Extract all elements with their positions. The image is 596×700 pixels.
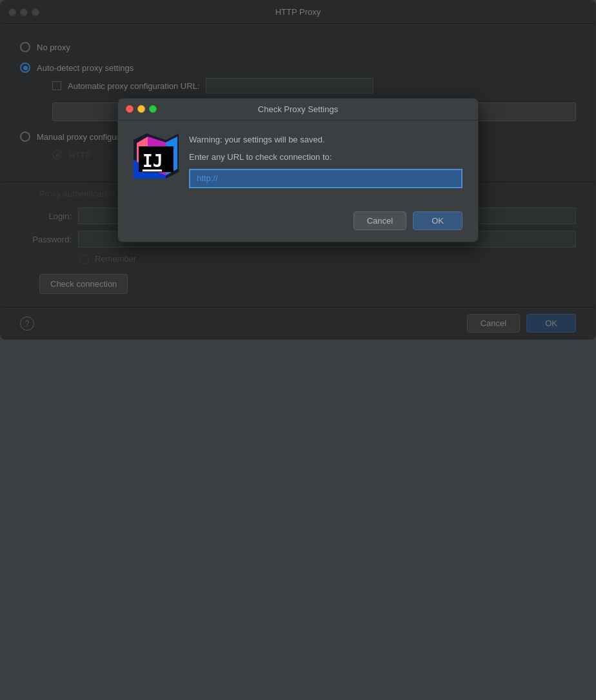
svg-text:IJ: IJ xyxy=(143,151,163,171)
check-proxy-body: IJ Warning: your settings will be saved.… xyxy=(118,121,478,204)
check-proxy-titlebar: Check Proxy Settings xyxy=(118,99,478,121)
modal-cancel-button[interactable]: Cancel xyxy=(353,211,406,230)
modal-minimize-button[interactable] xyxy=(137,105,145,113)
outer-container: HTTP Proxy No proxy Auto-detect proxy se… xyxy=(0,0,596,340)
check-url-input[interactable] xyxy=(189,169,462,188)
ij-logo: IJ xyxy=(134,133,179,179)
modal-close-button[interactable] xyxy=(126,105,134,113)
svg-rect-9 xyxy=(143,170,162,171)
warning-line1: Warning: your settings will be saved. xyxy=(189,133,462,146)
modal-warning-section: Warning: your settings will be saved. En… xyxy=(189,133,462,191)
modal-overlay: Check Proxy Settings xyxy=(1,1,595,339)
check-proxy-title: Check Proxy Settings xyxy=(258,104,338,114)
modal-ok-button[interactable]: OK xyxy=(413,211,462,230)
modal-traffic-lights xyxy=(126,105,157,113)
check-proxy-footer: Cancel OK xyxy=(118,204,478,242)
http-proxy-window: HTTP Proxy No proxy Auto-detect proxy se… xyxy=(0,0,596,340)
modal-maximize-button[interactable] xyxy=(149,105,157,113)
check-proxy-settings-modal: Check Proxy Settings xyxy=(117,98,479,242)
warning-line2: Enter any URL to check connection to: xyxy=(189,151,462,164)
